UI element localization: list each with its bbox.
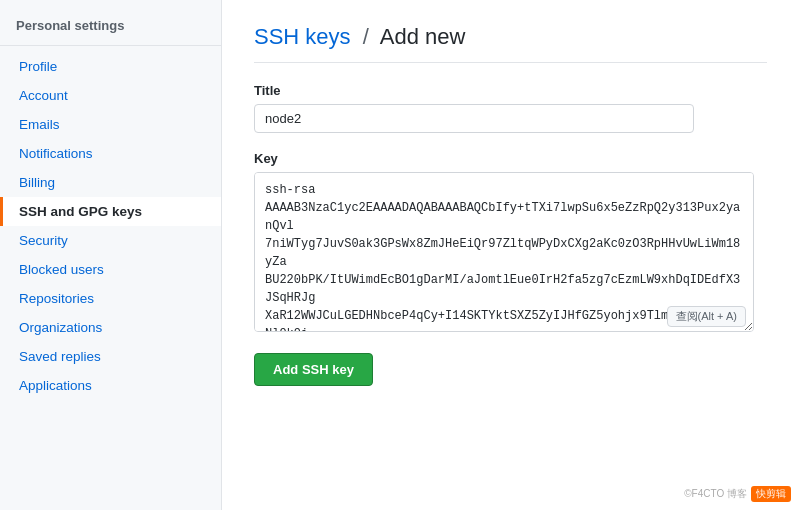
sidebar-item-billing[interactable]: Billing — [0, 168, 221, 197]
sidebar-item-emails[interactable]: Emails — [0, 110, 221, 139]
sidebar-heading: Personal settings — [0, 10, 221, 39]
page-header: SSH keys / Add new — [254, 24, 767, 63]
title-label: Title — [254, 83, 767, 98]
key-label: Key — [254, 151, 767, 166]
watermark-badge: 快剪辑 — [751, 486, 791, 502]
main-content: SSH keys / Add new Title Key 查阅(Alt + A)… — [222, 0, 799, 510]
breadcrumb-link[interactable]: SSH keys — [254, 24, 351, 49]
sidebar-item-blocked-users[interactable]: Blocked users — [0, 255, 221, 284]
ai-badge[interactable]: 查阅(Alt + A) — [667, 306, 746, 327]
watermark: ©F4CTO 博客 快剪辑 — [684, 486, 791, 502]
title-input[interactable] — [254, 104, 694, 133]
sidebar-item-repositories[interactable]: Repositories — [0, 284, 221, 313]
sidebar-item-profile[interactable]: Profile — [0, 52, 221, 81]
sidebar-item-ssh-gpg[interactable]: SSH and GPG keys — [0, 197, 221, 226]
breadcrumb-sep: / — [363, 24, 369, 49]
key-group: Key 查阅(Alt + A) — [254, 151, 767, 335]
title-group: Title — [254, 83, 767, 133]
sidebar-item-organizations[interactable]: Organizations — [0, 313, 221, 342]
key-textarea-wrapper: 查阅(Alt + A) — [254, 172, 754, 335]
sidebar-item-account[interactable]: Account — [0, 81, 221, 110]
breadcrumb-current: Add new — [380, 24, 466, 49]
sidebar-item-saved-replies[interactable]: Saved replies — [0, 342, 221, 371]
add-ssh-key-button[interactable]: Add SSH key — [254, 353, 373, 386]
sidebar-item-notifications[interactable]: Notifications — [0, 139, 221, 168]
sidebar-item-security[interactable]: Security — [0, 226, 221, 255]
sidebar: Personal settings ProfileAccountEmailsNo… — [0, 0, 222, 510]
sidebar-item-applications[interactable]: Applications — [0, 371, 221, 400]
watermark-text: ©F4CTO 博客 — [684, 487, 747, 501]
